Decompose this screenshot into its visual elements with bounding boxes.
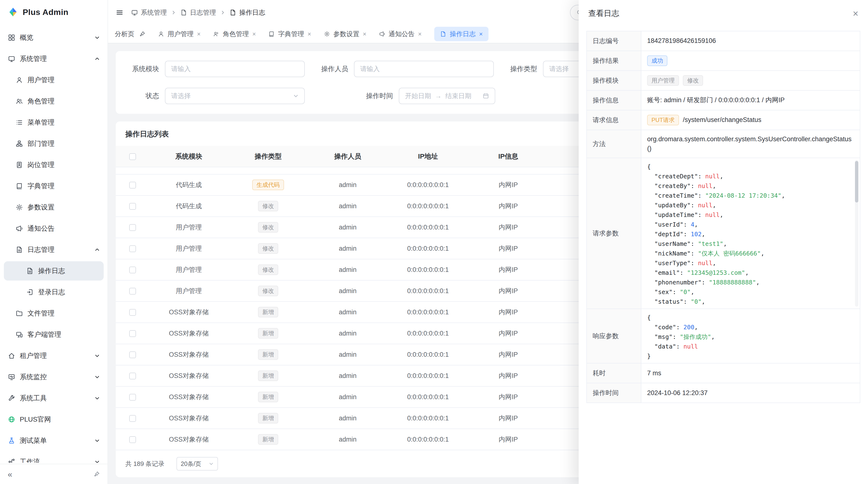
sidebar-item-overview[interactable]: 概览 [4,28,104,47]
sidebar-item-department-management[interactable]: 部门管理 [4,134,104,153]
row-checkbox[interactable] [129,415,136,422]
close-icon[interactable]: × [418,31,422,37]
operation-type-tag: 修改 [258,222,278,233]
close-icon[interactable]: × [252,31,256,37]
row-checkbox[interactable] [129,373,136,379]
row-checkbox[interactable] [129,224,136,231]
sidebar-item-user-management[interactable]: 用户管理 [4,70,104,90]
chevron-right-icon [171,10,176,15]
sidebar-item-plus-website[interactable]: PLUS官网 [4,410,104,429]
sidebar-item-client-management[interactable]: 客户端管理 [4,325,104,344]
sidebar-item-post-management[interactable]: 岗位管理 [4,155,104,174]
scrollbar-thumb[interactable] [855,161,858,202]
select-all-checkbox[interactable] [129,153,136,160]
row-checkbox[interactable] [129,330,136,337]
pin-icon[interactable] [94,471,100,477]
breadcrumb-item[interactable]: 日志管理 [180,8,216,17]
hamburger-menu-icon[interactable] [116,9,123,17]
sidebar-item-login-log[interactable]: 登录日志 [4,283,104,302]
sidebar-item-param-settings[interactable]: 参数设置 [4,198,104,217]
calendar-icon [483,93,489,99]
pin-tab-icon[interactable] [139,31,145,37]
row-checkbox[interactable] [129,203,136,210]
sidebar-item-menu-management[interactable]: 菜单管理 [4,113,104,132]
monitor-icon [8,55,16,63]
row-checkbox[interactable] [129,351,136,358]
operation-type-tag: 新增 [258,392,278,402]
row-checkbox[interactable] [129,288,136,295]
col-type: 操作类型 [228,146,308,167]
operator-input[interactable] [354,61,494,77]
user-icon [158,31,164,37]
chevron-up-icon [94,247,100,252]
file-text-icon [229,9,236,16]
operation-type-tag: 新增 [258,349,278,360]
desc-row-request: 请求信息 PUT请求 /system/user/changeStatus [587,110,860,130]
tab-notice[interactable]: 通知公告 × [379,30,422,38]
operation-type-tag: 修改 [258,201,278,212]
login-icon [26,288,34,296]
chevron-down-icon [94,35,100,40]
module-input[interactable] [165,61,305,77]
megaphone-icon [379,31,385,37]
sidebar-item-tenant-management[interactable]: 租户管理 [4,346,104,365]
desc-row-method: 方法 org.dromara.system.controller.system.… [587,130,860,158]
tab-operation-log[interactable]: 操作日志 × [434,27,489,41]
grid-icon [8,34,16,41]
scrollbar[interactable] [855,160,858,306]
sidebar-item-dict-management[interactable]: 字典管理 [4,176,104,196]
close-icon[interactable]: × [197,31,200,37]
row-checkbox[interactable] [129,309,136,316]
operation-time-value: 2024-10-06 12:20:37 [641,383,860,402]
workflow-icon [8,458,16,463]
sidebar-item-operation-log[interactable]: 操作日志 [4,261,104,281]
view-log-drawer: 查看日志 × 日志编号 1842781986426159106 操作结果 成功 … [579,0,868,484]
sidebar-item-test-menu[interactable]: 测试菜单 [4,431,104,450]
tab-param-settings[interactable]: 参数设置 × [324,30,367,38]
request-params-code[interactable]: { "createDept": null, "createBy": null, … [641,158,860,309]
operator-input-field[interactable] [360,65,488,73]
id-badge-icon [16,161,23,169]
tab-analysis[interactable]: 分析页 [115,30,134,38]
sidebar-item-role-management[interactable]: 角色管理 [4,92,104,111]
tab-dict-management[interactable]: 字典管理 × [268,30,311,38]
method-value: org.dromara.system.controller.system.Sys… [641,130,860,158]
log-descriptions: 日志编号 1842781986426159106 操作结果 成功 操作模块 用户… [586,31,860,403]
http-method-tag: PUT请求 [647,115,679,125]
row-checkbox[interactable] [129,436,136,443]
close-icon[interactable]: × [307,31,311,37]
sidebar-item-system-management[interactable]: 系统管理 [4,49,104,68]
module-input-field[interactable] [171,65,299,73]
sidebar-item-notice[interactable]: 通知公告 [4,219,104,238]
org-tree-icon [16,140,23,148]
sidebar-item-system-tools[interactable]: 系统工具 [4,389,104,408]
operation-type-tag: 修改 [258,286,278,296]
drawer-header: 查看日志 × [579,0,868,27]
operation-type-tag: 新增 [258,328,278,338]
chevron-up-icon [94,56,100,61]
module-tag: 用户管理 [647,75,679,86]
breadcrumb-item[interactable]: 系统管理 [131,8,167,17]
operation-type-tag: 生成代码 [252,180,284,190]
sidebar-item-workflow[interactable]: 工作流 [4,452,104,463]
date-range-picker[interactable]: 开始日期 → 结束日期 [399,88,495,104]
close-icon[interactable]: × [363,31,367,37]
status-select[interactable]: 请选择 [165,88,305,104]
close-icon[interactable]: × [479,31,483,37]
page-size-select[interactable]: 20条/页 [177,457,218,471]
col-ip-info: IP信息 [469,146,548,167]
row-checkbox[interactable] [129,394,136,400]
sidebar-item-file-management[interactable]: 文件管理 [4,304,104,323]
tab-role-management[interactable]: 角色管理 × [213,30,256,38]
collapse-sidebar-button[interactable]: « [8,470,12,478]
sidebar-item-log-management[interactable]: 日志管理 [4,240,104,259]
sidebar-item-system-monitor[interactable]: 系统监控 [4,367,104,387]
duration-value: 7 ms [641,363,860,383]
file-text-icon [16,246,23,254]
operation-type-tag: 修改 [258,264,278,275]
close-icon[interactable]: × [853,9,858,18]
tab-user-management[interactable]: 用户管理 × [158,30,200,38]
row-checkbox[interactable] [129,266,136,273]
row-checkbox[interactable] [129,182,136,189]
row-checkbox[interactable] [129,246,136,252]
